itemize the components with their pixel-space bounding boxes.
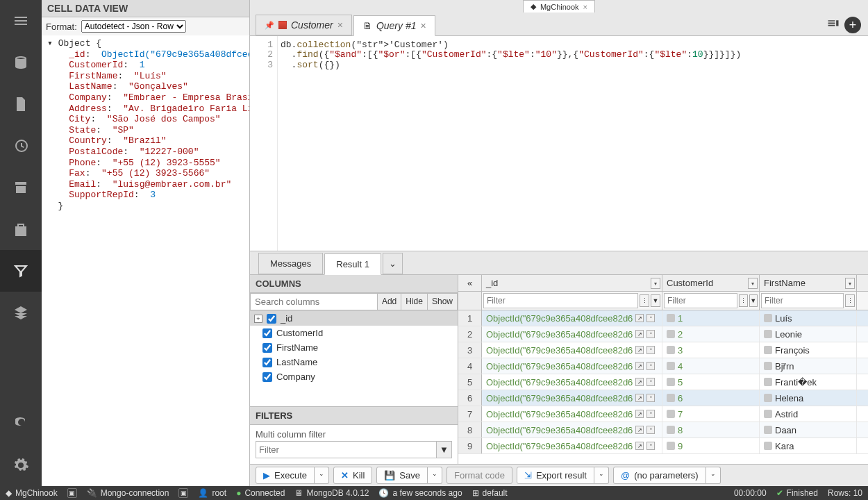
cell-firstname[interactable]: Franti�ek [760,374,857,390]
result-tab-dropdown[interactable]: ⌄ [383,253,403,274]
cell-customerid[interactable]: 3 [662,342,760,358]
close-icon[interactable]: × [583,3,587,11]
save-dropdown[interactable]: ⌄ [428,467,442,484]
filter-menu-icon[interactable]: ⋮ [739,294,747,307]
table-row[interactable]: 7ObjectId("679c9e365a408dfcee82d6↗"7Astr… [458,406,868,422]
filter-icon[interactable]: ▼ [651,294,660,307]
file-icon[interactable] [0,83,42,125]
column-item[interactable]: FirstName [250,340,458,355]
tab-customer[interactable]: 📌 Customer × [256,15,352,35]
json-viewer[interactable]: ▾ Object { _id: ObjectId("679c9e365a408d… [42,35,249,215]
clipboard-icon[interactable] [0,208,42,250]
history-icon[interactable] [0,125,42,167]
row-header-corner[interactable]: « [458,275,482,291]
open-icon[interactable]: ↗ [635,314,644,322]
code-body[interactable]: db.collection("str">'Customer') .find({"… [278,36,868,251]
open-icon[interactable]: ↗ [635,378,644,386]
info-icon[interactable]: " [646,378,655,386]
column-header-firstname[interactable]: FirstName▾ [760,275,857,291]
open-icon[interactable]: ↗ [635,330,644,338]
status-database[interactable]: ◆MgChinook [6,488,58,498]
info-icon[interactable]: " [646,426,655,434]
column-header-id[interactable]: _id▾ [482,275,662,291]
close-icon[interactable]: × [420,20,426,31]
column-checkbox[interactable] [262,343,272,353]
open-icon[interactable]: ↗ [635,362,644,370]
filter-icon[interactable]: ▼ [437,441,452,458]
open-icon[interactable]: ↗ [635,394,644,402]
chevron-down-icon[interactable]: ▾ [651,278,660,289]
cell-id[interactable]: ObjectId("679c9e365a408dfcee82d6↗" [482,422,662,438]
cell-firstname[interactable]: Kara [760,438,857,453]
cell-customerid[interactable]: 5 [662,374,760,390]
filter-input-cid[interactable] [664,293,737,308]
filter-menu-icon[interactable]: ⋮ [845,294,855,307]
table-row[interactable]: 4ObjectId("679c9e365a408dfcee82d6↗"4Bjřr… [458,358,868,374]
cell-id[interactable]: ObjectId("679c9e365a408dfcee82d6↗" [482,326,662,342]
info-icon[interactable]: " [646,330,655,338]
cell-firstname[interactable]: Leonie [760,326,857,342]
export-result-button[interactable]: ⇲Export result [517,467,594,484]
filter-input-id[interactable] [483,293,638,308]
table-row[interactable]: 6ObjectId("679c9e365a408dfcee82d6↗"6Hele… [458,390,868,406]
tab-messages[interactable]: Messages [258,253,323,274]
cell-customerid[interactable]: 4 [662,358,760,374]
column-search-input[interactable] [250,293,378,310]
cell-customerid[interactable]: 2 [662,326,760,342]
column-header-customerid[interactable]: CustomerId▾ [662,275,760,291]
column-item[interactable]: Company [250,369,458,384]
table-row[interactable]: 2ObjectId("679c9e365a408dfcee82d6↗"2Leon… [458,326,868,342]
status-connection[interactable]: 🔌Mongo-connection [87,488,169,498]
export-dropdown[interactable]: ⌄ [594,467,609,484]
column-checkbox[interactable] [267,314,276,324]
open-icon[interactable]: ↗ [635,410,644,418]
cell-id[interactable]: ObjectId("679c9e365a408dfcee82d6↗" [482,390,662,406]
database-icon[interactable] [0,42,42,83]
archive-icon[interactable] [0,167,42,208]
column-checkbox[interactable] [262,358,272,367]
cell-customerid[interactable]: 7 [662,406,760,422]
table-row[interactable]: 8ObjectId("679c9e365a408dfcee82d6↗"8Daan [458,422,868,438]
table-row[interactable]: 5ObjectId("679c9e365a408dfcee82d6↗"5Fran… [458,374,868,390]
chevron-down-icon[interactable]: ▾ [845,278,855,289]
filter-icon[interactable]: ▼ [749,294,758,307]
filter-input-fn[interactable] [761,293,844,308]
grid-body[interactable]: 1ObjectId("679c9e365a408dfcee82d6↗"1Luís… [458,310,868,464]
info-icon[interactable]: " [646,410,655,418]
cell-firstname[interactable]: Luís [760,310,857,326]
cell-id[interactable]: ObjectId("679c9e365a408dfcee82d6↗" [482,406,662,422]
info-icon[interactable]: " [646,314,655,322]
cell-id[interactable]: ObjectId("679c9e365a408dfcee82d6↗" [482,438,662,453]
panel-toggle-icon[interactable] [826,17,840,33]
kill-button[interactable]: ✕Kill [333,467,372,484]
cell-firstname[interactable]: Bjřrn [760,358,857,374]
cell-customerid[interactable]: 1 [662,310,760,326]
cell-customerid[interactable]: 6 [662,390,760,406]
expand-icon[interactable]: + [254,315,262,323]
cell-customerid[interactable]: 9 [662,438,760,453]
open-icon[interactable]: ↗ [635,346,644,354]
cell-id[interactable]: ObjectId("679c9e365a408dfcee82d6↗" [482,358,662,374]
panel-icon[interactable]: ▣ [178,488,188,498]
cell-customerid[interactable]: 8 [662,422,760,438]
column-checkbox[interactable] [262,372,272,382]
info-icon[interactable]: " [646,394,655,402]
open-icon[interactable]: ↗ [635,442,644,450]
cell-id[interactable]: ObjectId("679c9e365a408dfcee82d6↗" [482,374,662,390]
chevron-down-icon[interactable]: ▾ [748,278,758,289]
info-icon[interactable]: " [646,442,655,450]
layers-icon[interactable] [0,292,42,333]
execute-dropdown[interactable]: ⌄ [315,467,329,484]
cell-firstname[interactable]: Helena [760,390,857,406]
format-code-button[interactable]: Format code [446,467,512,484]
code-editor[interactable]: 123 db.collection("str">'Customer') .fin… [250,36,868,251]
info-icon[interactable]: " [646,362,655,370]
view-db-icon[interactable] [0,403,42,444]
cell-id[interactable]: ObjectId("679c9e365a408dfcee82d6↗" [482,310,662,326]
panel-icon[interactable]: ▣ [67,488,77,498]
cell-firstname[interactable]: Astrid [760,406,857,422]
open-icon[interactable]: ↗ [635,426,644,434]
save-button[interactable]: 💾Save [376,467,428,484]
add-column-button[interactable]: Add [378,293,401,310]
hide-column-button[interactable]: Hide [401,293,428,310]
